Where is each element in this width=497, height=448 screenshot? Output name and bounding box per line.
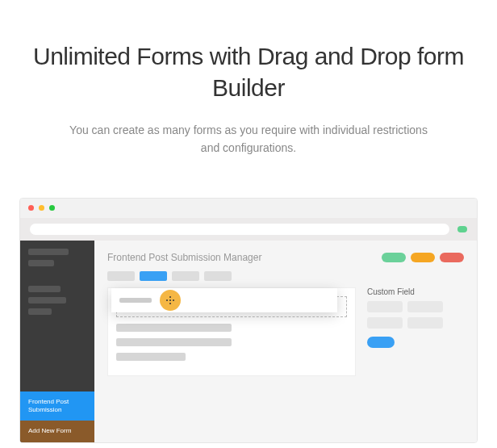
form-field[interactable] (116, 338, 232, 346)
svg-point-4 (169, 299, 171, 301)
svg-point-1 (169, 303, 171, 304)
page-title: Frontend Post Submission Manager (107, 252, 261, 263)
app-mockup: Frontend Post Submission Add New Form Fr… (19, 198, 478, 443)
form-field[interactable] (116, 353, 186, 361)
tab-active[interactable] (140, 271, 167, 281)
action-button[interactable] (440, 253, 464, 262)
add-new-form-button[interactable]: Add New Form (20, 421, 94, 442)
close-icon[interactable] (28, 205, 34, 211)
sidebar-item[interactable] (28, 297, 66, 304)
svg-point-0 (169, 296, 171, 298)
dragging-field[interactable] (111, 288, 337, 312)
sidebar-item[interactable] (28, 260, 54, 266)
field-type-chip[interactable] (367, 317, 403, 329)
sidebar-item[interactable] (28, 249, 69, 255)
sidebar-item[interactable] (28, 286, 61, 292)
field-type-chip[interactable] (407, 317, 443, 329)
maximize-icon[interactable] (49, 205, 55, 211)
hero-subtitle: You can create as many forms as you requ… (32, 121, 465, 157)
tab[interactable] (107, 271, 135, 281)
svg-point-2 (166, 299, 168, 301)
tab[interactable] (172, 271, 199, 281)
drop-zone[interactable] (116, 296, 347, 317)
sidebar-item[interactable] (28, 308, 52, 315)
app-body: Frontend Post Submission Add New Form Fr… (20, 241, 477, 442)
drag-handle-icon[interactable] (160, 290, 181, 311)
fields-panel: Custom Field (367, 287, 464, 376)
action-button[interactable] (382, 253, 406, 262)
add-field-button[interactable] (367, 337, 395, 348)
action-pills (382, 253, 464, 262)
main-panel: Frontend Post Submission Manager (94, 241, 477, 442)
custom-field-label: Custom Field (367, 287, 464, 296)
form-canvas[interactable] (107, 287, 356, 376)
address-bar (20, 218, 477, 241)
sidebar: Frontend Post Submission Add New Form (20, 241, 94, 442)
field-placeholder (119, 298, 152, 303)
tab[interactable] (204, 271, 232, 281)
minimize-icon[interactable] (39, 205, 44, 211)
field-type-chip[interactable] (367, 301, 403, 312)
hero-section: Unlimited Forms with Drag and Drop form … (0, 0, 497, 182)
form-field[interactable] (116, 324, 232, 332)
status-indicator (457, 226, 467, 232)
field-type-chip[interactable] (407, 301, 443, 312)
action-button[interactable] (411, 253, 435, 262)
window-titlebar (20, 199, 477, 218)
svg-point-3 (173, 299, 174, 301)
tabs (107, 271, 464, 281)
hero-title: Unlimited Forms with Drag and Drop form … (32, 40, 465, 103)
url-input[interactable] (30, 224, 449, 235)
sidebar-item-frontend-post-submission[interactable]: Frontend Post Submission (20, 391, 94, 421)
